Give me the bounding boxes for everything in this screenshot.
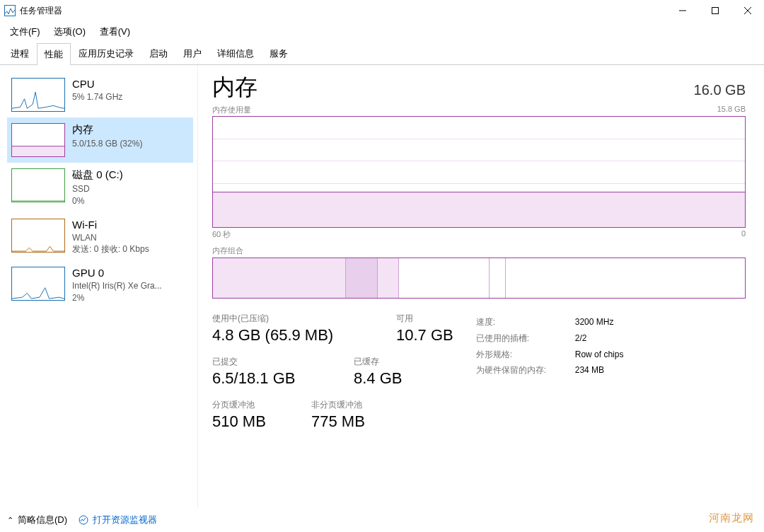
composition-label: 内存组合 <box>212 245 746 256</box>
sidebar-item-gpu[interactable]: GPU 0 Intel(R) Iris(R) Xe Gra... 2% <box>7 261 193 310</box>
spec-value: Row of chips <box>575 347 624 363</box>
spec-key: 为硬件保留的内存: <box>476 362 575 378</box>
menu-file[interactable]: 文件(F) <box>4 23 46 41</box>
sidebar-item-disk[interactable]: 磁盘 0 (C:) SSD 0% <box>7 163 193 213</box>
tab-performance[interactable]: 性能 <box>37 43 71 65</box>
minimize-button[interactable] <box>666 0 699 21</box>
stat-label: 使用中(已压缩) <box>212 313 375 325</box>
axis-right: 0 <box>741 229 746 240</box>
total-capacity: 16.0 GB <box>694 82 746 98</box>
statusbar: ⌃ 简略信息(D) 打开资源监视器 <box>0 508 764 532</box>
open-resource-monitor-link[interactable]: 打开资源监视器 <box>79 514 157 526</box>
sidebar-item-sub: SSD 0% <box>72 183 123 207</box>
sidebar-item-label: GPU 0 <box>72 267 162 279</box>
brief-info-label: 简略信息(D) <box>18 514 67 526</box>
stat-label: 已缓存 <box>354 356 402 368</box>
titlebar: 任务管理器 <box>0 0 764 21</box>
resource-monitor-label: 打开资源监视器 <box>93 514 157 526</box>
sidebar-item-wifi[interactable]: Wi-Fi WLAN 发送: 0 接收: 0 Kbps <box>7 213 193 262</box>
content: CPU 5% 1.74 GHz 内存 5.0/15.8 GB (32%) <box>0 65 764 512</box>
spec-value: 234 MB <box>575 362 604 378</box>
svg-rect-2 <box>712 8 719 14</box>
spec-table: 速度:3200 MHz 已使用的插槽:2/2 外形规格:Row of chips… <box>476 314 624 431</box>
disk-thumbnail-icon <box>11 168 65 202</box>
sidebar-text: 内存 5.0/15.8 GB (32%) <box>72 123 142 150</box>
chevron-up-icon: ⌃ <box>7 516 13 525</box>
memory-composition-bar[interactable] <box>212 258 746 299</box>
sidebar-item-sub: 5.0/15.8 GB (32%) <box>72 138 142 150</box>
gpu-thumbnail-icon <box>11 267 65 301</box>
stat-value: 6.5/18.1 GB <box>212 369 332 388</box>
sidebar-item-sub: 5% 1.74 GHz <box>72 91 122 103</box>
menu-view[interactable]: 查看(V) <box>94 23 136 41</box>
app-icon <box>4 5 16 16</box>
main-header: 内存 16.0 GB <box>212 72 746 103</box>
tab-processes[interactable]: 进程 <box>3 42 37 64</box>
spec-value: 2/2 <box>575 330 587 347</box>
tabs: 进程 性能 应用历史记录 启动 用户 详细信息 服务 <box>0 42 764 65</box>
spec-value: 3200 MHz <box>575 314 614 330</box>
spec-key: 外形规格: <box>476 347 575 363</box>
maximize-button[interactable] <box>699 0 731 21</box>
page-title: 内存 <box>212 72 257 103</box>
window-title: 任务管理器 <box>20 5 666 17</box>
spec-key: 速度: <box>476 314 575 330</box>
sidebar: CPU 5% 1.74 GHz 内存 5.0/15.8 GB (32%) <box>0 65 198 512</box>
sidebar-text: Wi-Fi WLAN 发送: 0 接收: 0 Kbps <box>72 219 149 256</box>
sidebar-text: CPU 5% 1.74 GHz <box>72 78 122 103</box>
svg-rect-5 <box>12 146 64 156</box>
menu-options[interactable]: 选项(O) <box>48 23 91 41</box>
sidebar-item-cpu[interactable]: CPU 5% 1.74 GHz <box>7 72 193 117</box>
chart-y-labels: 内存使用量 15.8 GB <box>212 105 746 115</box>
stat-label: 分页缓冲池 <box>212 399 290 411</box>
sidebar-item-memory[interactable]: 内存 5.0/15.8 GB (32%) <box>7 117 193 163</box>
stat-label: 非分页缓冲池 <box>311 399 365 411</box>
window-controls <box>666 0 764 21</box>
cpu-thumbnail-icon <box>11 78 65 112</box>
tab-users[interactable]: 用户 <box>175 42 209 64</box>
tab-services[interactable]: 服务 <box>262 42 296 64</box>
axis-left: 60 秒 <box>212 229 231 240</box>
stat-value: 510 MB <box>212 412 290 431</box>
stats-left-column: 使用中(已压缩) 4.8 GB (65.9 MB) 可用 10.7 GB 已提交… <box>212 313 453 431</box>
stat-value: 8.4 GB <box>354 369 402 388</box>
tab-startup[interactable]: 启动 <box>141 42 175 64</box>
sidebar-item-label: Wi-Fi <box>72 219 149 231</box>
tab-app-history[interactable]: 应用历史记录 <box>71 42 141 64</box>
svg-point-8 <box>79 516 88 524</box>
stat-value: 10.7 GB <box>396 326 453 345</box>
stat-label: 已提交 <box>212 356 332 368</box>
stat-value: 4.8 GB (65.9 MB) <box>212 326 375 345</box>
stat-label: 可用 <box>396 313 453 325</box>
tab-details[interactable]: 详细信息 <box>209 42 262 64</box>
spec-key: 已使用的插槽: <box>476 330 575 347</box>
memory-usage-chart[interactable] <box>212 116 746 228</box>
sidebar-item-label: 内存 <box>72 123 142 137</box>
wifi-thumbnail-icon <box>11 219 65 253</box>
sidebar-item-sub: Intel(R) Iris(R) Xe Gra... 2% <box>72 280 162 304</box>
usage-max: 15.8 GB <box>717 105 746 115</box>
stat-value: 775 MB <box>311 412 365 431</box>
resource-monitor-icon <box>79 515 88 525</box>
sidebar-item-sub: WLAN 发送: 0 接收: 0 Kbps <box>72 232 149 256</box>
sidebar-item-label: CPU <box>72 78 122 90</box>
main-panel: 内存 16.0 GB 内存使用量 15.8 GB 60 秒 0 内存组合 <box>198 65 764 512</box>
menubar: 文件(F) 选项(O) 查看(V) <box>0 21 764 42</box>
watermark: 河南龙网 <box>709 511 754 525</box>
chart-x-axis: 60 秒 0 <box>212 229 746 240</box>
sidebar-item-label: 磁盘 0 (C:) <box>72 168 123 182</box>
memory-thumbnail-icon <box>11 123 65 157</box>
usage-label: 内存使用量 <box>212 105 251 115</box>
sidebar-text: GPU 0 Intel(R) Iris(R) Xe Gra... 2% <box>72 267 162 304</box>
close-button[interactable] <box>731 0 764 21</box>
sidebar-text: 磁盘 0 (C:) SSD 0% <box>72 168 123 207</box>
brief-info-link[interactable]: ⌃ 简略信息(D) <box>7 514 67 526</box>
stats-area: 使用中(已压缩) 4.8 GB (65.9 MB) 可用 10.7 GB 已提交… <box>212 313 746 431</box>
